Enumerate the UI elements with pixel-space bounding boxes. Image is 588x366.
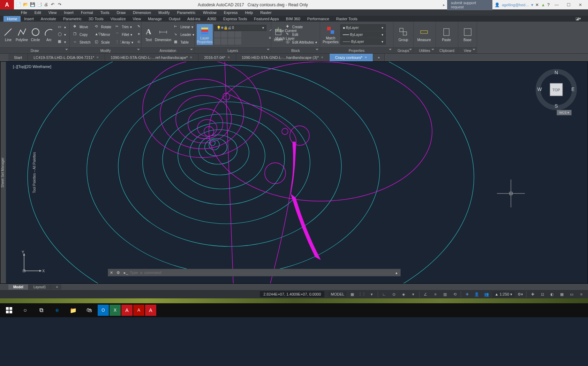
- trim-button[interactable]: ✂Trim ▾: [114, 23, 135, 30]
- layer-isolate-icon[interactable]: [221, 31, 227, 38]
- acrobat-icon[interactable]: A: [133, 305, 144, 316]
- ribbon-tab-visualize[interactable]: Visualize: [107, 16, 129, 22]
- layer-unisolate-icon[interactable]: [221, 38, 227, 45]
- file-tab[interactable]: 2016-07-04*✕: [198, 54, 236, 61]
- osnap-icon[interactable]: ▾: [409, 291, 417, 298]
- ribbon-tab-a360[interactable]: A360: [204, 16, 220, 22]
- ribbon-tab-manage[interactable]: Manage: [144, 16, 165, 22]
- coordinates-display[interactable]: 2.8244E+07, 1.4009E+07, 0.0000: [260, 291, 324, 297]
- store-icon[interactable]: 🛍: [82, 303, 97, 317]
- ribbon-tab-performance[interactable]: Performance: [304, 16, 333, 22]
- model-space-button[interactable]: MODEL: [329, 291, 346, 297]
- quickprops-icon[interactable]: ✚: [529, 291, 536, 298]
- color-dropdown[interactable]: ■ ByLayer▾: [340, 24, 386, 31]
- start-button[interactable]: [1, 303, 17, 317]
- ribbon-tab-home[interactable]: Home: [3, 16, 21, 22]
- qat-saveas-icon[interactable]: 📑: [37, 2, 43, 8]
- edge-icon[interactable]: e: [50, 303, 65, 317]
- close-icon[interactable]: ✕: [227, 56, 230, 59]
- cortana-button[interactable]: ○: [17, 303, 33, 317]
- match-properties-button[interactable]: Match Properties: [322, 24, 339, 45]
- command-line[interactable]: ✕ ⚙ ▸_ ▴: [108, 269, 401, 276]
- lwdisplay-icon[interactable]: ≡: [431, 291, 439, 298]
- annovisibility-icon[interactable]: 👥: [483, 291, 490, 298]
- infer-icon[interactable]: ▾: [368, 291, 376, 298]
- layer-unlock-icon[interactable]: [235, 38, 241, 45]
- menu-modify[interactable]: Modify: [155, 10, 173, 15]
- help-search-input[interactable]: submit support request: [447, 0, 492, 10]
- maximize-button[interactable]: ☐: [564, 2, 573, 7]
- ribbon-tab-bim360[interactable]: BIM 360: [282, 16, 304, 22]
- menu-express[interactable]: Express: [220, 10, 241, 15]
- polar-icon[interactable]: ⊙: [390, 291, 398, 298]
- help-icon[interactable]: ?: [547, 2, 550, 7]
- exchange-icon[interactable]: ✕: [535, 2, 539, 7]
- qat-new-icon[interactable]: 📄: [16, 2, 22, 8]
- close-icon[interactable]: ✕: [96, 56, 99, 59]
- close-button[interactable]: ✕: [575, 2, 585, 7]
- base-button[interactable]: Base: [460, 24, 475, 45]
- file-tab[interactable]: 1090-HED-STA-GND-L-…ref-hardlandscape*✕: [105, 54, 198, 61]
- app-logo-icon[interactable]: A: [0, 0, 14, 9]
- rotate-button[interactable]: ⟲Rotate: [93, 23, 113, 30]
- wcs-label[interactable]: WCS ▾: [557, 110, 572, 115]
- insert-button[interactable]: Insert: [273, 24, 283, 45]
- qat-save-icon[interactable]: 💾: [30, 2, 36, 8]
- qat-redo-icon[interactable]: ↷: [58, 2, 63, 8]
- autocad2-icon[interactable]: A: [145, 305, 156, 316]
- ribbon-tab-addins[interactable]: Add-ins: [184, 16, 204, 22]
- close-icon[interactable]: ✕: [321, 56, 324, 59]
- file-tab-start[interactable]: Start: [8, 54, 28, 61]
- isolate-icon[interactable]: ▦: [558, 291, 566, 298]
- snap-icon[interactable]: ⋮⋮: [358, 291, 366, 298]
- menu-draw[interactable]: Draw: [113, 10, 129, 15]
- add-layout-button[interactable]: +: [51, 284, 61, 290]
- command-input[interactable]: [130, 270, 393, 275]
- otrack-icon[interactable]: ∠: [422, 291, 429, 298]
- a360-icon[interactable]: ▲: [541, 2, 545, 7]
- menu-format[interactable]: Format: [77, 10, 97, 15]
- ellipse-button[interactable]: ◯▾: [56, 31, 67, 38]
- menu-window[interactable]: Window: [199, 10, 220, 15]
- copy-button[interactable]: ❐Copy: [72, 31, 92, 38]
- hatch-button[interactable]: ▦▾: [56, 38, 67, 45]
- sheet-set-manager-tab[interactable]: Sheet Set Manager: [1, 64, 5, 281]
- file-tab[interactable]: 1090-HED-STA-GND-L-…hardlandscape (3)*✕: [236, 54, 330, 61]
- linear-button[interactable]: ⊢Linear ▾: [173, 23, 196, 30]
- isodraft-icon[interactable]: ◈: [400, 291, 407, 298]
- menu-dimension[interactable]: Dimension: [129, 10, 154, 15]
- menu-insert[interactable]: Insert: [60, 10, 77, 15]
- layer-dropdown[interactable]: 💡❄🔒🖨 0▾: [214, 25, 266, 31]
- ribbon-tab-annotate[interactable]: Annotate: [37, 16, 60, 22]
- file-tab-active[interactable]: Crazy contours*✕: [330, 54, 373, 61]
- ribbon-tab-3dtools[interactable]: 3D Tools: [85, 16, 107, 22]
- file-tab[interactable]: LC419-STA-LHD-L-DGA-904-7211*✕: [28, 54, 105, 61]
- view-cube[interactable]: N E S W TOP: [535, 69, 577, 110]
- workspace-icon[interactable]: ⚙▾: [517, 291, 524, 298]
- ribbon-tab-rastertools[interactable]: Raster Tools: [333, 16, 361, 22]
- rectangle-button[interactable]: ▭▾: [56, 24, 67, 31]
- layer-off-icon[interactable]: [214, 31, 220, 38]
- cycling-icon[interactable]: ⟲: [451, 291, 459, 298]
- paste-button[interactable]: Paste: [438, 24, 455, 45]
- ribbon-tab-expresstools[interactable]: Express Tools: [220, 16, 250, 22]
- ribbon-tab-output[interactable]: Output: [165, 16, 184, 22]
- taskview-button[interactable]: ⧉: [33, 303, 49, 317]
- mirror-button[interactable]: ▲▽Mirror: [93, 31, 113, 38]
- qat-undo-icon[interactable]: ↶: [51, 2, 56, 8]
- close-icon[interactable]: ✕: [190, 56, 193, 59]
- drawing-area[interactable]: Sheet Set Manager Tool Palettes – All Pa…: [0, 61, 588, 284]
- leader-button[interactable]: ↘Leader ▾: [173, 31, 196, 38]
- group-button[interactable]: Group: [395, 24, 411, 45]
- create-button[interactable]: ✚Create: [285, 23, 318, 30]
- ribbon-tab-view[interactable]: View: [129, 16, 145, 22]
- qat-open-icon[interactable]: 📂: [23, 2, 29, 8]
- annoscale-icon[interactable]: 👤: [473, 291, 481, 298]
- layer-freeze-icon[interactable]: [228, 31, 234, 38]
- menu-tools[interactable]: Tools: [97, 10, 113, 15]
- layout1-tab[interactable]: Layout1: [29, 284, 51, 290]
- cleanscreen-icon[interactable]: ▭: [568, 291, 575, 298]
- dimension-button[interactable]: Dimension: [155, 24, 171, 45]
- layer-on-icon[interactable]: [214, 38, 220, 45]
- layer-lock-icon[interactable]: [235, 31, 241, 38]
